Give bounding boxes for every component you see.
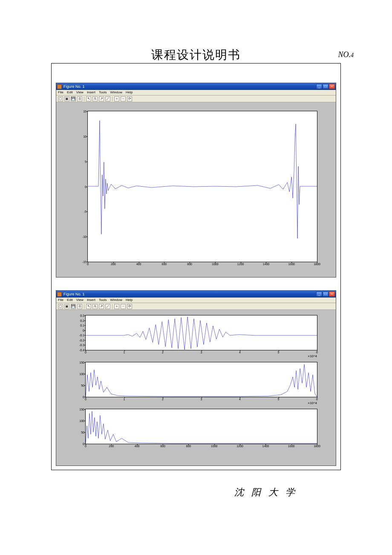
new-icon[interactable]: ▢ — [58, 96, 63, 101]
print-icon[interactable]: ⎙ — [77, 304, 82, 309]
pointer-icon[interactable]: ↖ — [86, 304, 91, 309]
text-icon[interactable]: A — [92, 304, 98, 309]
save-icon[interactable]: 💾 — [71, 304, 76, 309]
save-icon[interactable]: 💾 — [71, 96, 76, 101]
open-icon[interactable]: ▣ — [64, 304, 69, 309]
zoomin-icon[interactable]: ＋ — [114, 96, 119, 101]
menubar: File Edit View Insert Tools Window Help — [56, 90, 336, 95]
open-icon[interactable]: ▣ — [64, 96, 69, 101]
menu-help[interactable]: Help — [126, 90, 133, 95]
menu-insert[interactable]: Insert — [87, 298, 95, 302]
titlebar: Figure No. 1 _ □ × — [56, 83, 336, 90]
new-icon[interactable]: ▢ — [58, 304, 63, 309]
separator — [112, 304, 112, 309]
menu-window[interactable]: Window — [110, 298, 122, 302]
maximize-button[interactable]: □ — [323, 292, 329, 297]
menu-window[interactable]: Window — [110, 90, 122, 95]
footer-university: 沈阳大学 — [0, 486, 392, 499]
zoomin-icon[interactable]: ＋ — [114, 304, 119, 309]
zoomout-icon[interactable]: － — [121, 96, 126, 101]
minimize-button[interactable]: _ — [316, 292, 322, 297]
window-title: Figure No. 1 — [63, 292, 85, 296]
menubar: File Edit View Insert Tools Window Help — [56, 298, 336, 303]
menu-edit[interactable]: Edit — [67, 90, 73, 95]
x-exponent: ×10^4 — [308, 354, 317, 358]
toolbar: ▢ ▣ 💾 ⎙ ↖ A ↗ ／ ＋ － ⟳ — [56, 303, 336, 310]
zoomout-icon[interactable]: － — [121, 304, 126, 309]
separator — [112, 96, 112, 101]
minimize-button[interactable]: _ — [316, 84, 322, 89]
menu-view[interactable]: View — [76, 298, 84, 302]
axes-2: ×10^4 -0.4-0.3-0.2-0.100.10.20.30123456 — [85, 315, 317, 350]
axes-3: ×10^4 0501001500123456 — [85, 362, 317, 397]
text-icon[interactable]: A — [92, 96, 98, 101]
signal-plot-3 — [86, 362, 317, 397]
line-icon[interactable]: ／ — [105, 304, 110, 309]
separator — [84, 96, 84, 101]
axes-4: 0501001500200400600800100012001400160018… — [85, 409, 317, 444]
figure-window-1: Figure No. 1 _ □ × File Edit View Insert… — [56, 83, 336, 278]
arrow-icon[interactable]: ↗ — [99, 96, 104, 101]
content-frame: Figure No. 1 _ □ × File Edit View Insert… — [51, 63, 341, 470]
menu-tools[interactable]: Tools — [99, 90, 107, 95]
figure-window-2: Figure No. 1 _ □ × File Edit View Insert… — [56, 290, 336, 466]
pointer-icon[interactable]: ↖ — [86, 96, 91, 101]
titlebar: Figure No. 1 _ □ × — [56, 291, 336, 298]
menu-edit[interactable]: Edit — [67, 298, 73, 302]
menu-file[interactable]: File — [58, 298, 63, 302]
print-icon[interactable]: ⎙ — [77, 96, 82, 101]
close-button[interactable]: × — [329, 84, 335, 89]
rotate-icon[interactable]: ⟳ — [127, 96, 132, 101]
menu-help[interactable]: Help — [126, 298, 133, 302]
signal-plot-4 — [86, 409, 317, 444]
line-icon[interactable]: ／ — [105, 96, 110, 101]
page-title: 课程设计说明书 — [151, 48, 241, 61]
menu-file[interactable]: File — [58, 90, 63, 95]
menu-view[interactable]: View — [76, 90, 84, 95]
toolbar: ▢ ▣ 💾 ⎙ ↖ A ↗ ／ ＋ － ⟳ — [56, 95, 336, 102]
maximize-button[interactable]: □ — [323, 84, 329, 89]
matlab-icon — [57, 84, 62, 89]
arrow-icon[interactable]: ↗ — [99, 304, 104, 309]
page-number: NO.4 — [338, 50, 354, 59]
axes-1: -15-10-505101502004006008001000120014001… — [87, 111, 317, 262]
menu-insert[interactable]: Insert — [87, 90, 95, 95]
menu-tools[interactable]: Tools — [99, 298, 107, 302]
separator — [84, 304, 84, 309]
close-button[interactable]: × — [329, 292, 335, 297]
rotate-icon[interactable]: ⟳ — [127, 304, 132, 309]
signal-plot-2 — [86, 315, 317, 350]
x-exponent: ×10^4 — [308, 401, 317, 405]
matlab-icon — [57, 292, 62, 297]
window-title: Figure No. 1 — [63, 84, 85, 89]
signal-plot-1 — [88, 111, 317, 262]
